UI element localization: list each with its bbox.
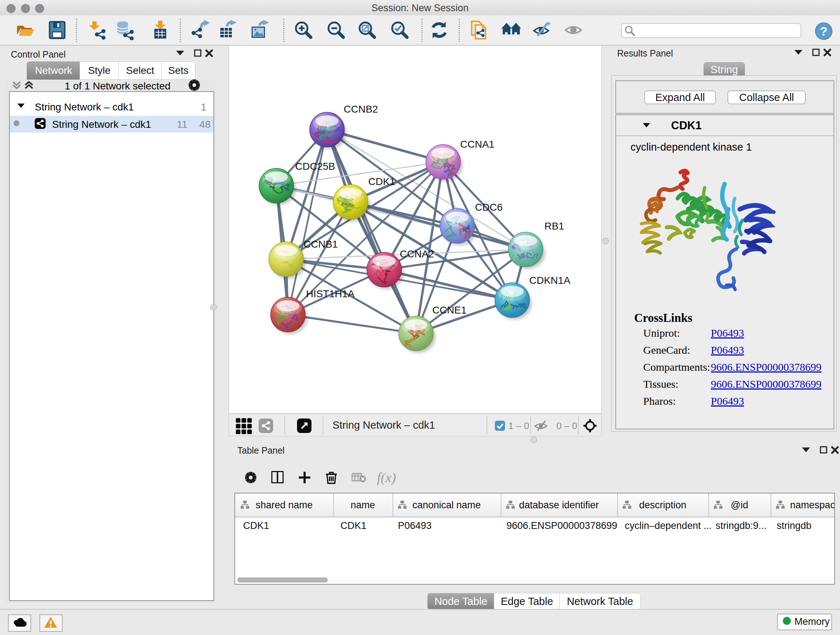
svg-text:CDC6: CDC6	[475, 202, 502, 213]
svg-text:CCNB2: CCNB2	[344, 103, 378, 115]
svg-text:CDC25B: CDC25B	[295, 161, 335, 172]
svg-text:HIST1H1A: HIST1H1A	[306, 288, 355, 299]
svg-text:RB1: RB1	[545, 220, 564, 232]
svg-text:CCNA2: CCNA2	[400, 249, 434, 260]
svg-text:CCNA1: CCNA1	[460, 139, 494, 150]
svg-text:?: ?	[820, 24, 828, 38]
svg-text:CDKN1A: CDKN1A	[529, 275, 570, 286]
svg-text:CDK1: CDK1	[368, 176, 395, 187]
svg-text:CCNE1: CCNE1	[432, 304, 467, 316]
svg-text:CCNB1: CCNB1	[303, 239, 338, 250]
